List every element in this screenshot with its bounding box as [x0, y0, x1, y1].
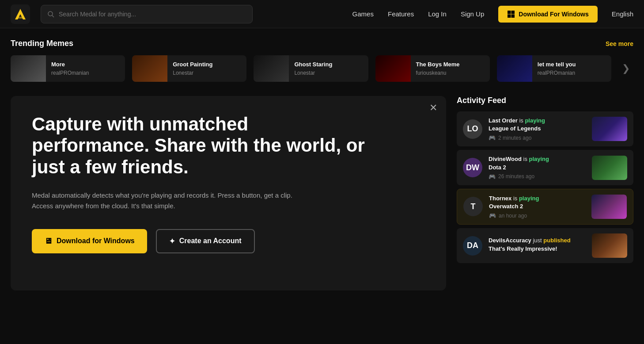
activity-game-2: Overwatch 2 [489, 203, 523, 210]
header-download-label: Download For Windows [519, 11, 589, 18]
activity-action-word-2: playing [519, 195, 539, 202]
nav-signup[interactable]: Sign Up [461, 10, 484, 18]
activity-thumb-img-0 [592, 117, 627, 141]
see-more-link[interactable]: See more [606, 40, 633, 47]
monitor-icon: 🖥 [44, 237, 52, 246]
activity-action-word-1: playing [529, 156, 549, 162]
activity-game-0: League of Legends [489, 125, 541, 132]
search-input[interactable] [59, 11, 246, 18]
activity-username-0: Last Order [489, 117, 518, 124]
search-bar[interactable] [41, 5, 253, 23]
hero-actions: 🖥 Download for Windows ✦ Create an Accou… [32, 229, 425, 253]
activity-action-word-0: playing [525, 117, 545, 124]
medal-logo-icon [11, 4, 30, 24]
trending-card-0[interactable]: More realPROmanian [11, 55, 125, 82]
sparkle-icon: ✦ [169, 237, 175, 245]
trending-next-chevron[interactable]: ❯ [618, 63, 633, 74]
nav-login[interactable]: Log In [428, 10, 447, 18]
activity-avatar-3: DA [463, 236, 482, 256]
trending-card-4[interactable]: let me tell you realPROmanian [497, 55, 611, 82]
trending-cards: More realPROmanian Groot Painting Lonest… [11, 55, 633, 82]
trending-header: Trending Memes See more [11, 39, 633, 48]
svg-line-4 [52, 15, 54, 17]
activity-time-1: 🎮 26 minutes ago [489, 173, 586, 180]
activity-action-word-3: published [543, 237, 570, 244]
activity-user-line-2: Thornex is playing Overwatch 2 [489, 195, 585, 210]
activity-user-line-1: DivineWood is playing Dota 2 [489, 155, 586, 171]
activity-action-connector-1: is [523, 156, 529, 162]
activity-time-0: 🎮 2 minutes ago [489, 134, 586, 141]
trending-thumb-2 [254, 55, 289, 82]
activity-thumb-2 [591, 195, 627, 219]
trending-card-1[interactable]: Groot Painting Lonestar [132, 55, 246, 82]
activity-action-connector-2: is [513, 195, 519, 202]
activity-item-0[interactable]: LO Last Order is playing League of Legen… [457, 111, 633, 146]
gamepad-icon-2: 🎮 [489, 212, 496, 219]
activity-username-1: DivineWood [489, 156, 522, 162]
trending-card-title-1: Groot Painting [173, 61, 241, 69]
activity-username-2: Thornex [489, 195, 511, 202]
trending-card-title-0: More [51, 61, 120, 69]
activity-time-text-0: 2 minutes ago [498, 135, 531, 141]
trending-title: Trending Memes [11, 39, 73, 48]
hero-panel: ✕ Capture with unmatched performance. Sh… [11, 96, 446, 290]
main-content: ✕ Capture with unmatched performance. Sh… [0, 89, 644, 298]
gamepad-icon-0: 🎮 [489, 134, 496, 141]
trending-card-author-1: Lonestar [173, 70, 241, 76]
trending-card-author-0: realPROmanian [51, 70, 120, 76]
activity-avatar-2: T [463, 197, 483, 216]
activity-thumb-3 [592, 233, 627, 258]
header: Games Features Log In Sign Up Download F… [0, 0, 644, 28]
activity-avatar-1: DW [463, 158, 482, 177]
create-account-label: Create an Account [179, 237, 242, 245]
create-account-button[interactable]: ✦ Create an Account [156, 229, 255, 253]
activity-user-line-0: Last Order is playing League of Legends [489, 117, 586, 133]
trending-card-author-3: furiouskeanu [416, 70, 485, 76]
activity-username-3: DevilsAccuracy [489, 237, 531, 244]
activity-thumb-img-3 [592, 233, 627, 258]
hero-download-button[interactable]: 🖥 Download for Windows [32, 229, 147, 253]
logo[interactable] [11, 4, 30, 24]
trending-thumb-1 [132, 55, 167, 82]
activity-thumb-img-1 [592, 156, 627, 180]
close-hero-button[interactable]: ✕ [429, 103, 437, 113]
trending-thumb-3 [375, 55, 411, 82]
activity-info-3: DevilsAccuracy just published That's Rea… [489, 237, 586, 254]
activity-thumb-img-2 [591, 195, 627, 219]
trending-info-3: The Boys Meme furiouskeanu [411, 57, 490, 81]
activity-action-connector-3: just [533, 237, 543, 244]
activity-info-2: Thornex is playing Overwatch 2 🎮 an hour… [489, 195, 585, 219]
nav-games[interactable]: Games [352, 10, 374, 18]
header-download-button[interactable]: Download For Windows [498, 6, 598, 23]
activity-item-3[interactable]: DA DevilsAccuracy just published That's … [457, 228, 633, 263]
gamepad-icon-1: 🎮 [489, 173, 496, 180]
svg-rect-8 [511, 14, 515, 18]
activity-item-2[interactable]: T Thornex is playing Overwatch 2 🎮 an ho… [457, 189, 633, 225]
activity-time-text-1: 26 minutes ago [498, 173, 534, 180]
hero-subtext: Medal automatically detects what you're … [32, 190, 306, 211]
svg-rect-2 [18, 17, 23, 19]
nav-links: Games Features Log In Sign Up Download F… [352, 6, 633, 23]
hero-headline: Capture with unmatched performance. Shar… [32, 114, 367, 178]
activity-item-1[interactable]: DW DivineWood is playing Dota 2 🎮 26 min… [457, 150, 633, 185]
svg-rect-6 [511, 11, 515, 14]
trending-info-0: More realPROmanian [46, 57, 125, 81]
activity-user-line-3: DevilsAccuracy just published That's Rea… [489, 237, 586, 252]
trending-thumb-0 [11, 55, 46, 82]
nav-features[interactable]: Features [388, 10, 414, 18]
activity-thumb-1 [592, 156, 627, 180]
windows-icon [507, 10, 515, 18]
trending-card-title-2: Ghost Staring [294, 61, 363, 69]
trending-card-3[interactable]: The Boys Meme furiouskeanu [375, 55, 490, 82]
activity-info-0: Last Order is playing League of Legends … [489, 117, 586, 141]
trending-card-2[interactable]: Ghost Staring Lonestar [254, 55, 368, 82]
trending-thumb-4 [497, 55, 532, 82]
svg-rect-7 [508, 14, 511, 18]
hero-download-label: Download for Windows [57, 237, 135, 245]
trending-section: Trending Memes See more More realPROmani… [0, 28, 644, 89]
trending-card-title-4: let me tell you [538, 61, 606, 69]
activity-game-3: That's Really Impressive! [489, 245, 557, 252]
trending-card-author-2: Lonestar [294, 70, 363, 76]
activity-panel: Activity Feed LO Last Order is playing L… [457, 96, 633, 266]
language-selector[interactable]: English [612, 10, 633, 18]
